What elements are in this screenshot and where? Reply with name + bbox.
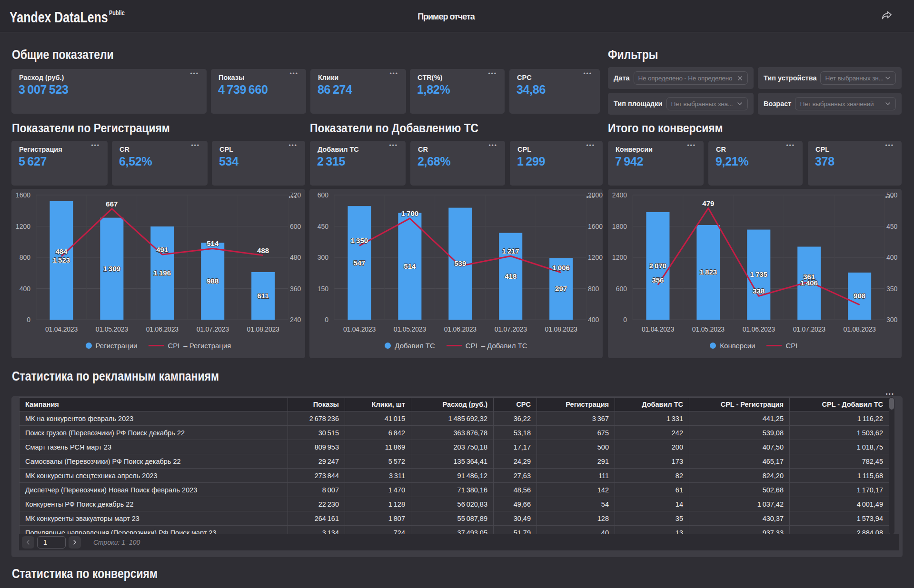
svg-text:300: 300: [886, 316, 898, 323]
svg-text:1200: 1200: [16, 223, 30, 230]
svg-text:480: 480: [290, 254, 301, 261]
svg-text:297: 297: [555, 284, 567, 293]
svg-text:01.07.2023: 01.07.2023: [197, 325, 229, 333]
svg-text:360: 360: [290, 285, 301, 293]
svg-text:1 196: 1 196: [154, 269, 171, 277]
svg-text:1800: 1800: [612, 223, 627, 230]
svg-text:1 735: 1 735: [750, 270, 767, 278]
svg-text:600: 600: [290, 223, 301, 230]
svg-text:514: 514: [404, 262, 416, 270]
svg-text:01.07.2023: 01.07.2023: [793, 325, 825, 333]
svg-text:400: 400: [588, 316, 599, 323]
svg-text:547: 547: [353, 259, 365, 267]
svg-text:600: 600: [616, 285, 627, 293]
svg-text:418: 418: [505, 272, 517, 280]
svg-text:338: 338: [753, 287, 765, 295]
svg-text:484: 484: [55, 247, 68, 255]
svg-text:01.05.2023: 01.05.2023: [394, 325, 426, 333]
svg-text:479: 479: [702, 199, 714, 207]
svg-text:600: 600: [318, 191, 329, 199]
svg-text:1600: 1600: [16, 191, 30, 199]
svg-text:1 700: 1 700: [401, 209, 418, 217]
svg-text:01.06.2023: 01.06.2023: [444, 325, 477, 333]
svg-text:539: 539: [454, 259, 466, 267]
svg-text:01.08.2023: 01.08.2023: [844, 325, 876, 333]
svg-text:1 217: 1 217: [502, 247, 519, 255]
svg-text:01.05.2023: 01.05.2023: [96, 325, 128, 333]
svg-text:611: 611: [258, 292, 269, 300]
svg-text:1 309: 1 309: [103, 265, 120, 273]
svg-text:488: 488: [257, 246, 269, 255]
svg-text:01.04.2023: 01.04.2023: [343, 325, 376, 333]
svg-text:356: 356: [652, 276, 664, 284]
svg-text:667: 667: [106, 200, 118, 208]
svg-text:1 523: 1 523: [53, 256, 70, 264]
svg-text:908: 908: [854, 292, 865, 300]
svg-text:450: 450: [886, 223, 898, 230]
svg-text:400: 400: [886, 254, 898, 261]
svg-text:01.06.2023: 01.06.2023: [146, 325, 179, 333]
svg-text:0: 0: [27, 316, 30, 323]
svg-text:491: 491: [156, 245, 168, 254]
svg-text:800: 800: [588, 285, 599, 293]
svg-text:240: 240: [290, 316, 301, 323]
svg-text:0: 0: [623, 316, 627, 323]
svg-text:01.04.2023: 01.04.2023: [642, 325, 674, 333]
svg-text:450: 450: [318, 223, 329, 230]
svg-text:2400: 2400: [612, 191, 627, 199]
svg-text:988: 988: [207, 277, 219, 285]
svg-text:514: 514: [207, 239, 219, 247]
svg-text:300: 300: [318, 254, 329, 261]
svg-text:01.07.2023: 01.07.2023: [495, 325, 527, 333]
svg-text:01.08.2023: 01.08.2023: [247, 325, 279, 333]
svg-text:150: 150: [318, 285, 329, 293]
svg-text:01.08.2023: 01.08.2023: [545, 325, 577, 333]
svg-text:400: 400: [20, 285, 31, 293]
svg-text:361: 361: [803, 273, 815, 281]
svg-text:1 350: 1 350: [351, 236, 368, 245]
svg-text:2 070: 2 070: [649, 262, 666, 270]
svg-text:0: 0: [325, 316, 328, 323]
svg-text:1200: 1200: [588, 254, 603, 261]
svg-text:800: 800: [20, 254, 31, 261]
svg-text:1600: 1600: [588, 223, 603, 230]
svg-text:01.06.2023: 01.06.2023: [743, 325, 775, 333]
svg-text:350: 350: [886, 285, 898, 293]
svg-text:01.04.2023: 01.04.2023: [45, 325, 78, 333]
svg-text:1200: 1200: [612, 254, 627, 261]
svg-text:1 823: 1 823: [700, 268, 717, 276]
svg-text:1 006: 1 006: [552, 264, 569, 272]
svg-text:01.05.2023: 01.05.2023: [692, 325, 725, 333]
